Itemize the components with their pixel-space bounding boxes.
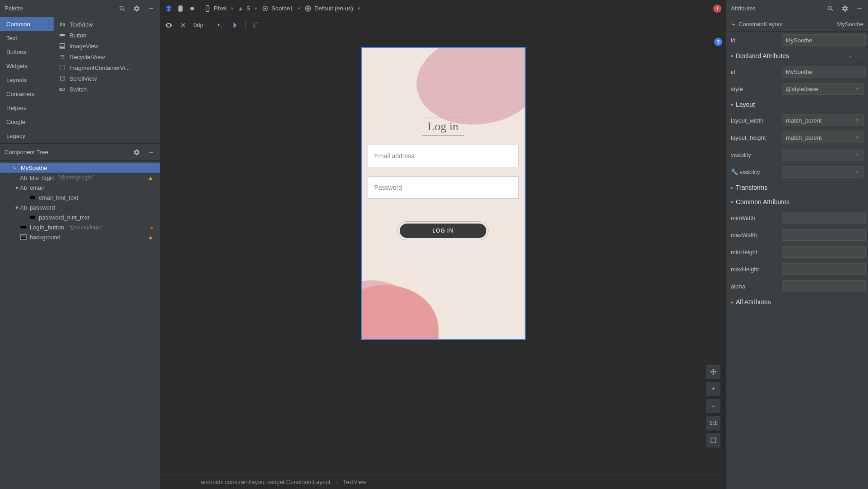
breadcrumb-path[interactable]: androidx.constraintlayout.widget.Constra… [201,479,331,485]
palette-item-button[interactable]: Button [54,30,160,41]
palette-item-switch[interactable]: Switch [54,84,160,95]
attr-row-id: id [726,63,868,80]
attr-row-visibility: 🔧 visibility▼ [726,163,868,180]
common-attributes-section[interactable]: ▾ Common Attributes [726,195,868,209]
autoconnect-icon[interactable] [179,21,187,29]
remove-attribute-icon[interactable]: − [856,53,863,59]
theme-selector[interactable]: Soothe1▼ [262,5,301,12]
password-input[interactable]: Password [368,176,519,199]
zoom-in-icon[interactable]: + [706,382,720,396]
all-attributes-section[interactable]: ▸ All Attributes [726,295,868,309]
zoom-ratio[interactable]: 1:1 [706,416,720,430]
alpha-input[interactable] [782,280,866,292]
attributes-title: Attributes [731,5,756,12]
declared-attributes-section[interactable]: ▾ Declared Attributes + − [726,49,868,63]
clear-constraints-icon[interactable]: x [217,21,225,29]
palette-category-widgets[interactable]: Widgets [0,59,54,73]
visibility-select[interactable]: ▼ [782,166,863,178]
palette-item-imageview[interactable]: ImageView [54,41,160,51]
minWidth-input[interactable] [782,212,866,224]
id-input[interactable] [782,34,866,46]
zoom-fit-icon[interactable] [706,433,720,448]
palette-categories: CommonTextButtonsWidgetsLayoutsContainer… [0,17,54,143]
zoom-out-icon[interactable]: − [706,399,720,413]
night-mode-icon[interactable] [188,5,196,13]
palette-item-recyclerview[interactable]: RecyclerView [54,51,160,62]
id-input[interactable] [782,66,866,78]
svg-rect-8 [30,216,35,219]
minimize-icon[interactable] [147,148,155,156]
error-badge-icon[interactable]: ! [713,5,721,13]
device-frame[interactable]: Log in Email address Password LOG IN [361,47,526,340]
svg-rect-3 [60,76,64,81]
palette-category-google[interactable]: Google [0,115,54,129]
palette-category-helpers[interactable]: Helpers [0,101,54,115]
email-input[interactable]: Email address [368,145,519,167]
view-options-icon[interactable] [165,21,173,29]
gear-icon[interactable] [841,5,849,13]
add-attribute-icon[interactable]: + [847,53,854,59]
attr-row-layoutheight: layout_heightmatch_parent▼ [726,129,868,146]
attributes-header: Attributes [726,0,868,17]
maxWidth-input[interactable] [782,229,866,241]
locale-selector[interactable]: Default (en-us)▼ [305,5,361,12]
attr-row-alpha: alpha [726,278,868,295]
attr-row-maxwidth: maxWidth [726,226,868,243]
gear-icon[interactable] [133,148,141,156]
orientation-icon[interactable] [176,5,185,13]
minimize-icon[interactable] [855,5,863,13]
api-selector[interactable]: ▲ S▼ [238,5,258,12]
transforms-section[interactable]: ▸ Transforms [726,180,868,195]
palette-item-textview[interactable]: AbTextView [54,19,160,30]
attr-row-style: style@style/base▼ [726,80,868,97]
infer-constraints-icon[interactable] [231,21,239,29]
svg-rect-0 [60,34,65,37]
tree-item-title_login[interactable]: Abtitle_login"@string/login"▲ [0,173,160,183]
gear-icon[interactable] [133,5,141,13]
palette-category-containers[interactable]: Containers [0,87,54,101]
tree-item-password[interactable]: ▾Abpassword [0,202,160,212]
palette-category-buttons[interactable]: Buttons [0,45,54,59]
attr-row-layoutwidth: layout_widthmatch_parent▼ [726,112,868,129]
tree-item-email[interactable]: ▾Abemail [0,183,160,192]
maxHeight-input[interactable] [782,263,866,275]
svg-rect-9 [20,226,26,228]
palette-category-legacy[interactable]: Legacy [0,129,54,143]
palette-item-fragmentcontainervi[interactable]: FragmentContainerVi... [54,62,160,73]
svg-rect-11 [179,6,182,11]
default-margins[interactable]: 0dp [194,22,203,28]
palette-category-layouts[interactable]: Layouts [0,73,54,87]
tree-item-email_hint_text[interactable]: email_hint_text [0,192,160,202]
tree-item-mysoothe[interactable]: ⤷MySoothe [0,163,160,173]
device-selector[interactable]: Pixel▼ [204,5,234,12]
palette-item-scrollview[interactable]: ScrollView [54,73,160,84]
tree-item-password_hint_text[interactable]: password_hint_text [0,212,160,222]
layout_width-select[interactable]: match_parent▼ [782,114,863,126]
guidelines-icon[interactable] [252,21,260,29]
layout-id: MySoothe [837,21,863,27]
style-select[interactable]: @style/base▼ [782,83,863,95]
palette-category-common[interactable]: Common [0,17,54,31]
layout-section[interactable]: ▾ Layout [726,97,868,112]
svg-rect-4 [64,77,64,78]
tree-item-login_button[interactable]: LogIn_button"@string/login"● [0,222,160,232]
minimize-icon[interactable] [147,5,155,13]
search-icon[interactable] [826,5,835,13]
visibility-select[interactable]: ▼ [782,149,863,160]
login-button[interactable]: LOG IN [400,224,486,238]
attr-row-minwidth: minWidth [726,209,868,226]
minHeight-input[interactable] [782,246,866,258]
breadcrumb-leaf[interactable]: TextView [343,479,366,485]
layout_height-select[interactable]: match_parent▼ [782,132,863,143]
tree-item-background[interactable]: background▲ [0,232,160,242]
attributes-subheader: ⤷ ConstraintLayout MySoothe [726,17,868,32]
palette-title: Palette [5,5,23,12]
design-toolbar: Pixel▼ ▲ S▼ Soothe1▼ Default (en-us)▼ ! [160,0,726,17]
layers-icon[interactable] [165,5,173,13]
login-title[interactable]: Log in [422,118,465,136]
pan-icon[interactable] [706,365,720,379]
svg-rect-18 [711,438,716,443]
search-icon[interactable] [118,5,126,13]
design-surface[interactable]: Log in Email address Password LOG IN + −… [160,33,726,475]
palette-category-text[interactable]: Text [0,31,54,45]
